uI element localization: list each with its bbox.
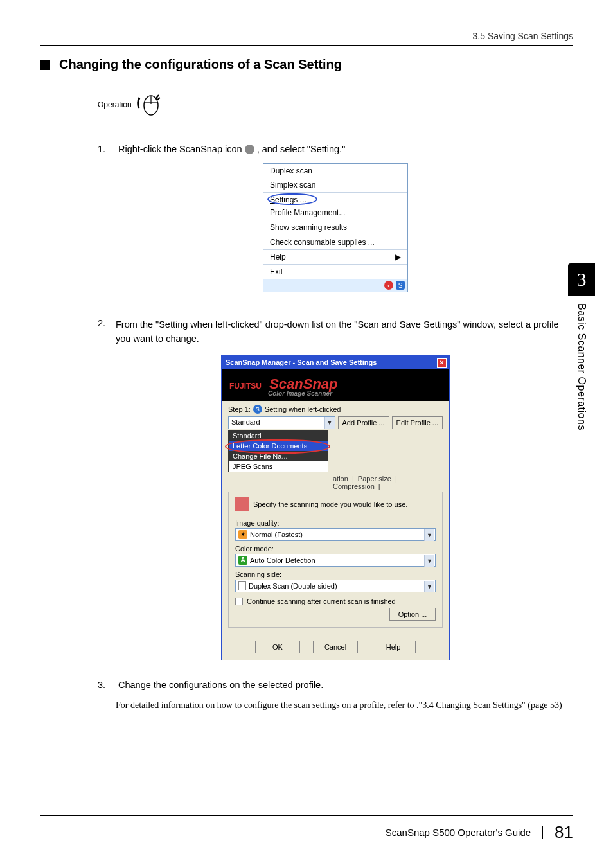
- quality-icon: ✶: [238, 530, 247, 539]
- brand-sub: Color Image Scanner: [268, 390, 441, 397]
- menu-item-simplex[interactable]: Simplex scan: [263, 178, 407, 192]
- image-quality-value: Normal (Fastest): [250, 531, 303, 538]
- step-3: 3. Change the configurations on the sele…: [98, 680, 573, 690]
- menu-item-settings-label: ettings ...: [275, 195, 306, 204]
- color-mode-value: Auto Color Detection: [250, 556, 315, 564]
- image-quality-label: Image quality:: [235, 519, 436, 527]
- option-button[interactable]: Option ...: [389, 608, 436, 621]
- step-name: Setting when left-clicked: [265, 405, 341, 413]
- step-3-number: 3.: [98, 680, 116, 690]
- menu-item-duplex[interactable]: Duplex scan: [263, 164, 407, 178]
- scanning-side-select[interactable]: Duplex Scan (Double-sided) ▼: [235, 580, 436, 592]
- section-heading: Changing the configurations of a Scan Se…: [40, 57, 573, 72]
- cancel-button[interactable]: Cancel: [313, 641, 358, 653]
- step-3-description: For detailed information on how to confi…: [116, 699, 573, 712]
- dropdown-arrow-icon[interactable]: ▼: [324, 417, 335, 429]
- tab-paper-size[interactable]: Paper size: [358, 475, 391, 483]
- operation-badge: Operation: [98, 91, 573, 118]
- step-1-number: 1.: [98, 144, 116, 154]
- brand-fujitsu: FUJITSU: [229, 382, 262, 391]
- tray-scansnap-icon[interactable]: S: [396, 281, 405, 290]
- chapter-side-tab: 3 Basic Scanner Operations: [568, 263, 595, 430]
- mouse-icon: [136, 91, 163, 118]
- image-quality-select[interactable]: ✶ Normal (Fastest) ▼: [235, 528, 436, 541]
- operation-label: Operation: [98, 100, 132, 109]
- page-footer: ScanSnap S500 Operator's Guide 81: [40, 815, 573, 842]
- step-1: 1. Right-click the ScanSnap icon , and s…: [98, 144, 573, 154]
- dialog-button-row: OK Cancel Help: [222, 634, 449, 660]
- profile-option-change-file[interactable]: Change File Na...: [229, 451, 328, 461]
- step-label: Step 1:: [228, 405, 251, 413]
- tab-strip: ation | Paper size | Compression |: [228, 474, 443, 492]
- tray-back-icon[interactable]: ‹: [384, 281, 393, 290]
- footer-rule: [40, 815, 573, 816]
- context-menu: Duplex scan Simplex scan Settings ... Pr…: [263, 163, 408, 292]
- menu-item-settings-label-underline: S: [270, 195, 275, 204]
- step-1-text-b: , and select "Setting.": [257, 144, 346, 154]
- add-profile-button[interactable]: Add Profile ...: [338, 416, 389, 429]
- edit-profile-button[interactable]: Edit Profile ...: [392, 416, 443, 429]
- ok-button[interactable]: OK: [255, 641, 300, 653]
- window-titlebar: ScanSnap Manager - Scan and Save Setting…: [222, 356, 449, 369]
- breadcrumb: 3.5 Saving Scan Settings: [40, 31, 573, 41]
- tab-compression[interactable]: Compression: [333, 483, 375, 490]
- menu-item-help[interactable]: Help ▶: [263, 250, 407, 264]
- profile-option-standard[interactable]: Standard: [229, 430, 328, 441]
- dropdown-arrow-icon[interactable]: ▼: [424, 555, 434, 567]
- tab-partial[interactable]: ation: [333, 475, 348, 483]
- menu-item-help-label: Help: [270, 252, 286, 261]
- header-rule: [40, 45, 573, 46]
- scanning-tab-panel: Specify the scanning mode you would like…: [228, 492, 443, 628]
- step-2-text: From the "Setting when left-clicked" dro…: [116, 318, 573, 346]
- dropdown-arrow-icon[interactable]: ▼: [424, 581, 434, 592]
- footer-page-number: 81: [555, 822, 573, 842]
- step-s-icon: S: [253, 405, 262, 414]
- square-bullet-icon: [40, 60, 50, 70]
- menu-item-consumables[interactable]: Check consumable supplies ...: [263, 235, 407, 249]
- checkbox-icon[interactable]: [235, 598, 243, 605]
- brand-banner: FUJITSU ScanSnap Color Image Scanner: [222, 369, 449, 401]
- footer-guide-title: ScanSnap S500 Operator's Guide: [386, 827, 531, 838]
- close-button[interactable]: ×: [437, 358, 447, 368]
- color-mode-select[interactable]: A Auto Color Detection ▼: [235, 554, 436, 567]
- footer-divider: [542, 826, 543, 839]
- system-tray: ‹ S: [263, 279, 407, 292]
- submenu-arrow-icon: ▶: [395, 252, 401, 261]
- menu-item-exit[interactable]: Exit: [263, 265, 407, 279]
- profile-select-value: Standard: [228, 416, 335, 429]
- instruct-text: Specify the scanning mode you would like…: [253, 500, 407, 508]
- profile-option-letter-color[interactable]: Letter Color Documents: [229, 441, 328, 451]
- menu-item-settings[interactable]: Settings ...: [263, 193, 407, 206]
- help-button[interactable]: Help: [371, 641, 416, 653]
- step-3-text: Change the configurations on the selecte…: [118, 680, 323, 690]
- dropdown-arrow-icon[interactable]: ▼: [424, 529, 434, 541]
- profile-option-jpeg[interactable]: JPEG Scans: [229, 461, 328, 472]
- section-title: Changing the configurations of a Scan Se…: [59, 57, 342, 72]
- step-2: 2. From the "Setting when left-clicked" …: [98, 318, 573, 346]
- chapter-number-chip: 3: [568, 263, 595, 296]
- scanning-side-label: Scanning side:: [235, 571, 436, 578]
- color-mode-label: Color mode:: [235, 545, 436, 553]
- step-1-text-a: Right-click the ScanSnap icon: [118, 144, 242, 154]
- menu-item-profile-management[interactable]: Profile Management...: [263, 206, 407, 220]
- brand-scansnap: ScanSnap: [269, 376, 337, 392]
- window-title: ScanSnap Manager - Scan and Save Setting…: [226, 359, 377, 366]
- profile-select[interactable]: Standard ▼: [228, 416, 335, 429]
- continue-scan-label: Continue scanning after current scan is …: [247, 598, 396, 605]
- duplex-page-icon: [238, 581, 246, 590]
- scan-settings-window: ScanSnap Manager - Scan and Save Setting…: [221, 355, 450, 660]
- menu-item-show-results[interactable]: Show scanning results: [263, 220, 407, 235]
- profile-dropdown-list: Standard Letter Color Documents Change F…: [228, 430, 328, 472]
- scanning-side-value: Duplex Scan (Double-sided): [249, 582, 337, 590]
- auto-color-icon: A: [238, 556, 247, 565]
- scan-mode-icon: [235, 497, 249, 511]
- continue-scan-checkbox-row[interactable]: Continue scanning after current scan is …: [235, 598, 436, 605]
- step-indicator-row: Step 1: S Setting when left-clicked: [228, 405, 443, 414]
- step-2-number: 2.: [98, 318, 116, 328]
- chapter-title-vertical: Basic Scanner Operations: [576, 303, 587, 430]
- scansnap-tray-icon: [245, 145, 254, 154]
